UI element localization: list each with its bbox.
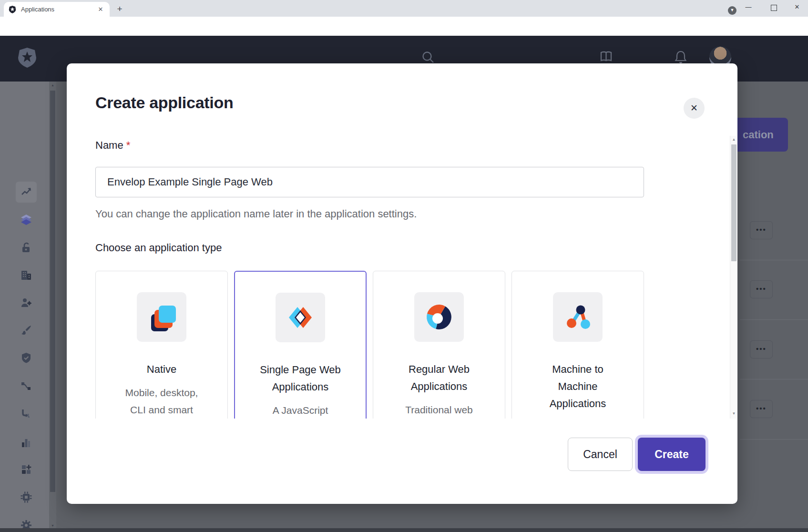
sidebar-item-authentication[interactable] [20, 241, 32, 254]
row-separator [740, 379, 808, 379]
row-menu-button: ••• [750, 400, 773, 418]
card-description: A JavaScript [273, 402, 328, 419]
tab-title: Applications [21, 6, 96, 13]
single-page-app-icon [285, 302, 316, 333]
card-regular-web[interactable]: Regular WebApplications Traditional web [373, 271, 505, 419]
sidebar-item-organizations[interactable] [20, 269, 32, 281]
scroll-up-icon[interactable]: ▲ [49, 83, 56, 87]
docs-book-icon [600, 51, 613, 62]
modal-scrollbar-thumb[interactable] [731, 144, 736, 261]
machine-to-machine-icon [563, 302, 593, 332]
choose-type-label: Choose an application type [95, 242, 222, 254]
modal-title: Create application [95, 93, 233, 112]
modal-close-button[interactable]: ✕ [684, 98, 705, 119]
browser-toolbar: ← → ↻ manage.auth0.com/dashboard/eu/drea… [0, 17, 808, 36]
row-menu-button: ••• [750, 280, 773, 298]
window-minimize-button[interactable]: — [737, 0, 759, 15]
chrome-update-chevron-icon[interactable]: ▼ [728, 6, 736, 15]
name-label: Name * [95, 139, 130, 152]
card-title: Native [147, 361, 176, 378]
modal-scrollbar[interactable]: ▲ ▼ [730, 136, 737, 419]
application-name-input[interactable] [95, 167, 644, 197]
card-title: Regular WebApplications [409, 361, 470, 395]
browser-tab-strip: Applications ✕ + ▼ — ✕ [0, 0, 808, 17]
card-description: Mobile, desktop,CLI and smart [125, 384, 198, 419]
modal-scroll-up-icon[interactable]: ▲ [730, 137, 737, 142]
name-helper-text: You can change the application name late… [95, 208, 417, 220]
modal-scroll-down-icon[interactable]: ▼ [730, 411, 737, 416]
window-maximize-button[interactable] [763, 0, 785, 15]
row-separator [740, 439, 808, 440]
m2m-icon-tile [553, 292, 603, 342]
modal-scroll-area: Name * You can change the application na… [67, 136, 730, 419]
spa-icon-tile [276, 293, 325, 342]
row-separator [740, 260, 808, 260]
sidebar-item-monitoring[interactable] [20, 436, 32, 449]
activity-icon [20, 186, 32, 198]
sidebar-item-extensions[interactable] [20, 491, 32, 503]
name-label-text: Name [95, 139, 123, 151]
row-menu-button: ••• [750, 340, 773, 358]
row-menu-button: ••• [750, 221, 773, 239]
auth0-favicon [9, 6, 16, 13]
new-tab-button[interactable]: + [113, 3, 126, 15]
sidebar-item-applications[interactable] [20, 214, 32, 226]
create-application-button-background: cation [737, 118, 788, 152]
row-separator [740, 319, 808, 320]
create-application-modal: Create application ✕ Name * You can chan… [67, 63, 737, 504]
sidebar-item-actions[interactable] [20, 380, 32, 393]
page-scrollbar[interactable]: ▲ ▼ [49, 82, 56, 532]
card-title: Machine toMachineApplications [550, 361, 606, 412]
sidebar-item-auth-pipeline[interactable] [20, 408, 32, 420]
card-native[interactable]: Native Mobile, desktop,CLI and smart [95, 271, 228, 419]
regular-web-icon-tile [414, 292, 464, 342]
native-icon [146, 302, 177, 332]
application-type-cards: Native Mobile, desktop,CLI and smart Sin… [95, 271, 644, 419]
native-icon-tile [137, 292, 186, 342]
sidebar-item-security[interactable] [20, 352, 32, 364]
card-description: Traditional web [405, 401, 473, 419]
sidebar-item-marketplace[interactable] [20, 463, 32, 476]
auth0-logo [18, 47, 36, 68]
card-title: Single Page WebApplications [260, 361, 341, 396]
card-single-page-web[interactable]: Single Page WebApplications A JavaScript [234, 271, 367, 419]
create-button[interactable]: Create [638, 438, 706, 471]
scroll-down-icon[interactable]: ▼ [49, 524, 56, 527]
required-asterisk: * [126, 139, 131, 151]
page-scrollbar-thumb[interactable] [50, 91, 55, 492]
search-icon[interactable] [421, 51, 435, 64]
maximize-icon [771, 5, 777, 11]
window-close-button[interactable]: ✕ [786, 0, 808, 15]
tab-close-icon[interactable]: ✕ [96, 6, 105, 13]
card-machine-to-machine[interactable]: Machine toMachineApplications [511, 271, 644, 419]
sidebar-item-branding[interactable] [20, 324, 32, 337]
browser-tab[interactable]: Applications ✕ [4, 2, 110, 17]
page-bottom-strip [0, 528, 808, 532]
notifications-bell-icon[interactable] [675, 50, 687, 64]
sidebar: ? [0, 82, 49, 532]
cancel-button[interactable]: Cancel [568, 438, 633, 471]
regular-web-app-icon [424, 302, 454, 332]
sidebar-item-user-management[interactable] [20, 297, 32, 309]
